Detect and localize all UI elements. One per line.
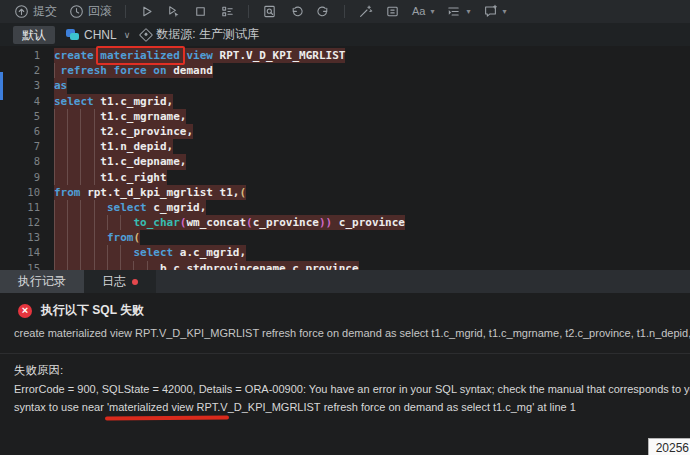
line-number: 14	[0, 245, 40, 260]
log-divider	[0, 353, 690, 354]
bracket-box-icon	[385, 4, 400, 19]
undo-button[interactable]	[283, 2, 310, 21]
editor-line: 8t1.c_depname,	[0, 154, 690, 169]
case-icon: Aa	[412, 6, 425, 17]
code-token: select	[133, 246, 179, 259]
play-cursor-icon	[166, 4, 181, 19]
datasource-indicator[interactable]: 数据源: 生产测试库	[141, 26, 259, 43]
run-selection-button[interactable]	[160, 2, 187, 21]
line-number: 9	[0, 170, 40, 185]
code-token: c_province	[253, 216, 319, 229]
line-number: 1	[0, 48, 40, 63]
snippet-button[interactable]	[379, 2, 406, 21]
code-token: a.c_mgrid,	[180, 246, 246, 259]
sql-editor[interactable]: 1create materialized view RPT.V_D_KPI_MG…	[0, 46, 690, 272]
wand-icon	[358, 4, 373, 19]
datasource-label: 数据源: 生产测试库	[156, 26, 259, 43]
code-token: t1.n_depid,	[100, 140, 173, 153]
case-button[interactable]: Aa▾	[406, 4, 440, 19]
datasource-icon	[139, 27, 153, 41]
indent-button[interactable]: ▾	[440, 2, 476, 21]
error-detail-line1: ErrorCode = 900, SQLState = 42000, Detai…	[14, 383, 690, 395]
main-toolbar: 提交回滚Aa▾▾▾	[0, 0, 690, 24]
line-number: 10	[0, 185, 40, 200]
sql-check-button[interactable]	[256, 2, 283, 21]
failure-reason-label: 失败原因:	[14, 363, 63, 378]
undo-icon	[289, 4, 304, 19]
indent-guides	[54, 63, 61, 78]
code-token: c_province	[332, 216, 405, 229]
tab-execution-history[interactable]: 执行记录	[0, 270, 84, 293]
editor-line: 4select t1.c_mgrid,	[0, 94, 690, 109]
error-title: 执行以下 SQL 失败	[41, 302, 144, 319]
code-token: as	[54, 79, 67, 92]
selection-highlight: t1.c_mgrname,	[54, 109, 186, 124]
selection-highlight: refresh force on demand	[54, 63, 213, 78]
code-token: t1.c_right	[100, 171, 166, 184]
editor-line: 1create materialized view RPT.V_D_KPI_MG…	[0, 48, 690, 63]
editor-line: 6t2.c_province,	[0, 124, 690, 139]
line-number: 6	[0, 124, 40, 139]
console-tab-default[interactable]: 默认	[13, 26, 55, 44]
code-token: RPT.V_D_KPI_MGRLIST	[220, 49, 346, 62]
indent-guides	[54, 139, 100, 154]
editor-line: 11select c_mgrid,	[0, 200, 690, 215]
editor-line: 3as	[0, 78, 690, 93]
editor-line: 5t1.c_mgrname,	[0, 109, 690, 124]
stop-button[interactable]	[187, 2, 214, 21]
code-token: t1.c_mgrid,	[100, 95, 173, 108]
code-token: t2.c_province,	[100, 125, 193, 138]
line-number: 2	[0, 63, 40, 78]
selection-highlight: from rpt.t_d_kpi_mgrlist t1,(	[54, 185, 246, 200]
results-tabbar: 执行记录日志	[0, 270, 690, 293]
annotation-red-underline: 'materialized view RPT.V_D_KPI_MGRLIST	[107, 401, 321, 413]
code-token: t1.c_depname,	[100, 155, 186, 168]
code-token: (	[133, 231, 140, 244]
run-button[interactable]	[133, 2, 160, 21]
redo-icon	[316, 4, 331, 19]
selection-highlight: create materialized view RPT.V_D_KPI_MGR…	[54, 48, 345, 63]
line-number: 3	[0, 78, 40, 93]
annotation-red-box: materialized	[100, 49, 179, 62]
line-number: 8	[0, 154, 40, 169]
toolbar-separator	[125, 5, 126, 18]
selection-highlight: to_char(wm_concat(c_province)) c_provinc…	[54, 215, 405, 230]
format-button[interactable]	[352, 2, 379, 21]
connection-selector[interactable]: CHNL ∨	[66, 28, 130, 42]
submit-label: 提交	[33, 3, 57, 20]
indent-guides	[54, 200, 107, 215]
indent-guides	[54, 124, 100, 139]
sql-console-window: 提交回滚Aa▾▾▾ 默认 CHNL ∨ 数据源: 生产测试库 1create m…	[0, 0, 690, 455]
tab-label: 执行记录	[18, 273, 66, 290]
tab-log[interactable]: 日志	[84, 270, 156, 293]
indent-guides	[54, 170, 100, 185]
editor-line: 7t1.n_depid,	[0, 139, 690, 154]
selection-highlight: t1.n_depid,	[54, 139, 173, 154]
error-detail-line2: syntax to use near 'materialized view RP…	[14, 401, 576, 413]
selection-highlight: from(	[54, 230, 140, 245]
code-token: from	[54, 186, 87, 199]
history-icon	[69, 4, 84, 19]
redo-button[interactable]	[310, 2, 337, 21]
plan-button[interactable]	[214, 2, 241, 21]
comment-button[interactable]: ▾	[477, 2, 513, 21]
code-token: ))	[319, 216, 332, 229]
toolbar-separator	[248, 5, 249, 18]
failed-sql-text: create materialized view RPT.V_D_KPI_MGR…	[14, 327, 690, 339]
selection-highlight: select t1.c_mgrid,	[54, 94, 173, 109]
code-token: from	[107, 231, 134, 244]
rollback-button[interactable]: 回滚	[63, 1, 118, 22]
indent-guides	[54, 215, 133, 230]
submit-button[interactable]: 提交	[8, 1, 63, 22]
editor-line: 10from rpt.t_d_kpi_mgrlist t1,(	[0, 185, 690, 200]
error-detail-pre: syntax to use near	[14, 401, 107, 413]
comment-plus-icon	[483, 4, 498, 19]
indent-guides	[54, 154, 100, 169]
connection-label: CHNL	[84, 28, 117, 42]
error-row: 执行以下 SQL 失败	[18, 302, 144, 319]
code-token: rpt.t_d_kpi_mgrlist t1,	[87, 186, 239, 199]
selection-highlight: select c_mgrid,	[54, 200, 206, 215]
list-icon	[446, 4, 461, 19]
stop-icon	[193, 4, 208, 19]
toolbar-separator	[344, 5, 345, 18]
